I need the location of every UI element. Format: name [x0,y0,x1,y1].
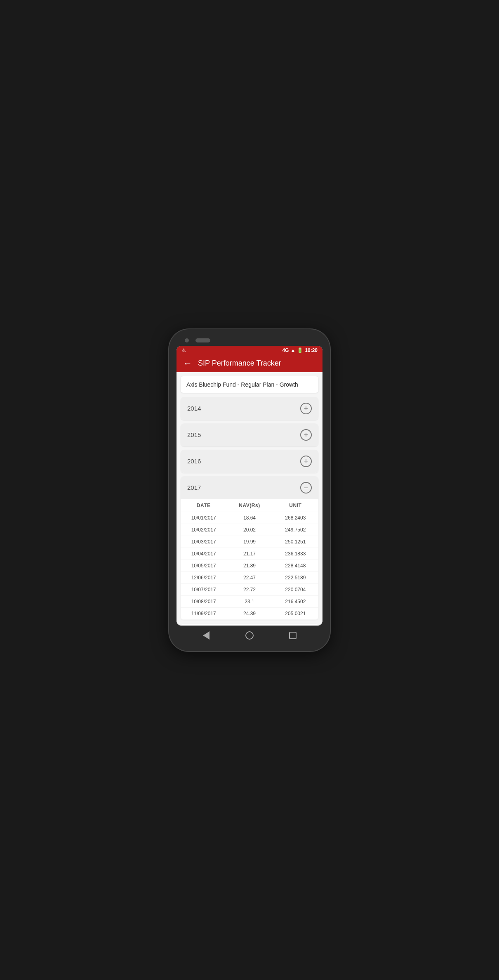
cell-nav: 19.99 [226,539,272,545]
cell-nav: 18.64 [226,515,272,521]
year-table-2017: DATE NAV(Rs) UNIT 10/01/2017 18.64 268.2… [181,499,318,620]
camera-dot [185,338,189,342]
back-button[interactable]: ← [183,359,192,368]
cell-unit: 220.0704 [273,587,318,593]
signal-icon: ▲ [290,347,295,353]
cell-unit: 268.2403 [273,515,318,521]
cell-unit: 228.4148 [273,563,318,569]
screen-content: Axis Bluechip Fund - Regular Plan - Grow… [177,372,322,626]
back-nav-icon [203,631,209,640]
recents-nav-button[interactable] [287,630,299,641]
cell-nav: 22.72 [226,587,272,593]
year-accordion-2014: 2014 + [181,397,318,420]
recents-nav-icon [289,632,297,639]
cell-unit: 249.7502 [273,527,318,533]
year-accordion-2016: 2016 + [181,450,318,473]
cell-date: 11/09/2017 [181,611,226,616]
year-header-2016[interactable]: 2016 + [181,450,318,473]
cell-unit: 250.1251 [273,539,318,545]
year-header-2015[interactable]: 2015 + [181,423,318,446]
phone-screen: ⚠ 4G ▲ 🔋 10:20 ← SIP Performance Tracker… [177,346,322,626]
cell-date: 10/01/2017 [181,515,226,521]
warning-icon: ⚠ [181,347,186,353]
cell-date: 10/07/2017 [181,587,226,593]
cell-date: 10/03/2017 [181,539,226,545]
table-row: 12/06/2017 22.47 222.5189 [181,572,318,584]
cell-nav: 20.02 [226,527,272,533]
home-nav-button[interactable] [244,630,255,641]
cell-unit: 236.1833 [273,551,318,557]
table-row: 11/09/2017 24.39 205.0021 [181,608,318,620]
table-row: 10/03/2017 19.99 250.1251 [181,536,318,548]
app-bar: ← SIP Performance Tracker [177,355,322,372]
year-label-2017: 2017 [187,484,201,491]
fund-name-card: Axis Bluechip Fund - Regular Plan - Grow… [181,376,318,393]
back-nav-button[interactable] [200,630,212,641]
speaker [195,338,210,342]
table-row: 10/07/2017 22.72 220.0704 [181,584,318,596]
battery-icon: 🔋 [297,347,303,353]
fund-name-text: Axis Bluechip Fund - Regular Plan - Grow… [186,381,298,388]
col-header-date: DATE [181,503,226,508]
cell-nav: 24.39 [226,611,272,616]
cell-unit: 205.0021 [273,611,318,616]
cell-date: 10/08/2017 [181,599,226,605]
status-left: ⚠ [181,347,186,353]
year-header-2017[interactable]: 2017 − [181,476,318,499]
cell-unit: 216.4502 [273,599,318,605]
col-header-nav: NAV(Rs) [226,503,272,508]
collapse-icon-2017: − [300,482,312,494]
status-bar: ⚠ 4G ▲ 🔋 10:20 [177,346,322,355]
phone-shell: ⚠ 4G ▲ 🔋 10:20 ← SIP Performance Tracker… [169,329,330,651]
phone-bottom-bar [177,626,322,644]
cell-date: 10/02/2017 [181,527,226,533]
table-row: 10/01/2017 18.64 268.2403 [181,512,318,524]
table-header-row: DATE NAV(Rs) UNIT [181,499,318,512]
phone-top-bar [177,337,322,346]
cell-date: 10/04/2017 [181,551,226,557]
expand-icon-2014: + [300,403,312,414]
cell-date: 10/05/2017 [181,563,226,569]
app-title: SIP Performance Tracker [198,359,281,368]
table-row: 10/05/2017 21.89 228.4148 [181,560,318,572]
year-label-2014: 2014 [187,405,201,412]
col-header-unit: UNIT [273,503,318,508]
table-row: 10/08/2017 23.1 216.4502 [181,596,318,608]
year-header-2014[interactable]: 2014 + [181,397,318,420]
cell-nav: 21.89 [226,563,272,569]
cell-nav: 22.47 [226,575,272,581]
cell-nav: 23.1 [226,599,272,605]
table-row: 10/02/2017 20.02 249.7502 [181,524,318,536]
year-accordion-2015: 2015 + [181,423,318,446]
table-row: 10/04/2017 21.17 236.1833 [181,548,318,560]
year-label-2016: 2016 [187,458,201,465]
year-label-2015: 2015 [187,431,201,438]
status-right: 4G ▲ 🔋 10:20 [282,347,318,353]
table-rows-container: 10/01/2017 18.64 268.2403 10/02/2017 20.… [181,512,318,620]
home-nav-icon [245,631,254,640]
camera-area [185,338,210,342]
cell-date: 12/06/2017 [181,575,226,581]
cell-nav: 21.17 [226,551,272,557]
expand-icon-2015: + [300,429,312,441]
year-accordion-2017: 2017 − DATE NAV(Rs) UNIT 10/01/2017 18.6… [181,476,318,620]
cell-unit: 222.5189 [273,575,318,581]
time-display: 10:20 [305,347,318,353]
expand-icon-2016: + [300,456,312,467]
signal-label: 4G [282,347,289,353]
